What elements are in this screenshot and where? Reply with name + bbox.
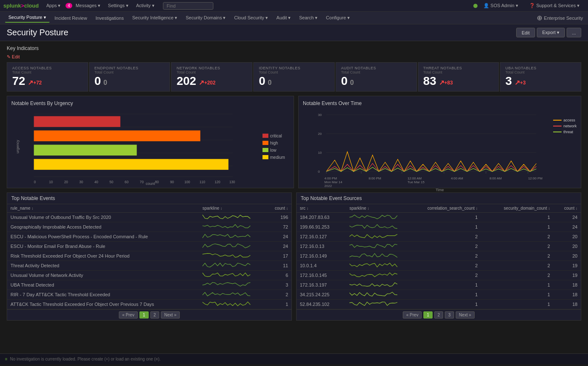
table-row: Unusual Volume of Outbound Traffic By Sr… — [7, 213, 291, 222]
rule-name-cell[interactable]: ATT&CK Tactic Threshold Exceeded For Obj… — [7, 300, 199, 309]
export-button[interactable]: Export ▾ — [537, 28, 565, 37]
src-count-cell: 20 — [554, 251, 581, 261]
src-cell[interactable]: 172.16.0.145 — [297, 271, 346, 280]
src-cell[interactable]: 172.16.0.149 — [297, 251, 346, 261]
legend-network: network — [553, 124, 577, 128]
edit-button[interactable]: Edit — [516, 28, 535, 37]
legend-network-line — [553, 126, 562, 126]
svg-text:10: 10 — [318, 151, 322, 155]
src-cell[interactable]: 34.215.24.225 — [297, 290, 346, 300]
rule-name-cell[interactable]: Unusual Volume of Network Activity — [7, 271, 199, 280]
th-rule-name[interactable]: rule_name ↕ — [7, 204, 199, 213]
next-page-btn[interactable]: Next » — [161, 311, 180, 319]
src-page-1-btn[interactable]: 1 — [423, 311, 433, 319]
find-input[interactable] — [163, 2, 213, 10]
src-next-page-btn[interactable]: Next » — [456, 311, 475, 319]
page-1-btn[interactable]: 1 — [139, 311, 149, 319]
nav-security-domains[interactable]: Security Domains ▾ — [182, 13, 229, 22]
sparkline-cell — [199, 280, 256, 290]
rule-name-cell[interactable]: Geographically Improbable Access Detecte… — [7, 222, 199, 232]
svg-rect-8 — [34, 145, 137, 155]
corr-count-cell: 2 — [403, 242, 481, 251]
prev-page-btn[interactable]: « Prev — [119, 311, 138, 319]
src-sparkline-cell — [346, 261, 403, 271]
identity-label: IDENTITY NOTABLES — [259, 66, 329, 70]
nav-activity[interactable]: Activity ▾ — [134, 2, 157, 9]
page-2-btn[interactable]: 2 — [150, 311, 160, 319]
nav-security-intelligence[interactable]: Security Intelligence ▾ — [129, 13, 181, 22]
svg-text:110: 110 — [200, 180, 205, 183]
sec-count-cell: 2 — [481, 271, 553, 280]
rule-name-cell[interactable]: Unusual Volume of Outbound Traffic By Sr… — [7, 213, 199, 222]
legend-critical-color — [262, 134, 268, 138]
nav-configure[interactable]: Configure ▾ — [323, 13, 353, 22]
admin-menu[interactable]: 👤 SOS Admin ▾ — [481, 2, 521, 9]
splunk-logo: splunk>cloud — [3, 3, 39, 9]
src-cell[interactable]: 10.0.1.4 — [297, 261, 346, 271]
nav-apps[interactable]: Apps ▾ — [44, 2, 63, 9]
src-page-2-btn[interactable]: 2 — [434, 311, 444, 319]
th-src-count[interactable]: count ↕ — [554, 204, 581, 213]
threat-sublabel: Total Count — [423, 70, 494, 74]
src-count-cell: 18 — [554, 290, 581, 300]
src-count-cell: 18 — [554, 300, 581, 309]
th-count[interactable]: count ↕ — [256, 204, 291, 213]
src-prev-page-btn[interactable]: « Prev — [403, 311, 422, 319]
sec-count-cell: 2 — [481, 242, 553, 251]
legend-threat-line — [553, 132, 562, 132]
rule-name-cell[interactable]: Risk Threshold Exceeded For Object Over … — [7, 251, 199, 261]
nav-messages[interactable]: Messages ▾ — [73, 2, 103, 9]
src-cell[interactable]: 172.16.0.13 — [297, 242, 346, 251]
nav-investigations[interactable]: Investigations — [92, 14, 127, 22]
indicator-endpoint: ENDPOINT NOTABLES Total Count 0 0 — [89, 62, 171, 92]
time-chart-panel: Notable Events Over Time 30 20 10 0 — [298, 96, 581, 188]
key-indicators-section: Key Indicators ✎ Edit ACCESS NOTABLES To… — [7, 45, 581, 92]
th-sec-count[interactable]: security_domain_count ↕ — [481, 204, 553, 213]
top-nav: splunk>cloud Apps ▾ 4 Messages ▾ Setting… — [0, 0, 588, 12]
main-content: Key Indicators ✎ Edit ACCESS NOTABLES To… — [0, 41, 588, 353]
legend-access-line — [553, 120, 562, 121]
src-cell[interactable]: 172.16.3.197 — [297, 280, 346, 290]
src-count-cell: 20 — [554, 242, 581, 251]
nav-settings[interactable]: Settings ▾ — [105, 2, 131, 9]
rule-name-cell[interactable]: RIR - 7 Day ATT&CK Tactic Threshold Exce… — [7, 290, 199, 300]
src-cell[interactable]: 184.207.83.63 — [297, 213, 346, 222]
src-count-cell: 24 — [554, 222, 581, 232]
th-src-sparkline[interactable]: sparkline ↕ — [346, 204, 403, 213]
more-button[interactable]: ... — [567, 28, 581, 37]
urgency-chart-title: Notable Events By Urgency — [11, 100, 289, 106]
time-chart-container: 30 20 10 0 — [303, 110, 577, 183]
edit-indicators-link[interactable]: ✎ Edit — [7, 54, 20, 60]
nav-cloud-security[interactable]: Cloud Security ▾ — [231, 13, 271, 22]
x-axis-ticks: 4:00 PMMon Mar 142022 8:00 PM 12:00 AMTu… — [303, 176, 577, 188]
rule-name-cell[interactable]: ESCU - Malicious PowerShell Process - En… — [7, 232, 199, 242]
svg-text:80: 80 — [155, 180, 159, 183]
nav-security-posture[interactable]: Security Posture ▾ — [5, 13, 50, 23]
count-cell: 24 — [256, 242, 291, 251]
src-cell[interactable]: 52.84.235.102 — [297, 300, 346, 309]
access-sublabel: Total Count — [12, 70, 83, 74]
access-value: 72 ↗+72 — [12, 74, 83, 88]
top-notable-sources-panel: Top Notable Event Sources src ↕ sparklin… — [296, 192, 581, 321]
th-corr-count[interactable]: correlation_search_count ↕ — [403, 204, 481, 213]
rule-name-cell[interactable]: ESCU - Monitor Email For Brand Abuse - R… — [7, 242, 199, 251]
src-page-3-btn[interactable]: 3 — [445, 311, 454, 319]
th-src[interactable]: src ↕ — [297, 204, 346, 213]
svg-rect-7 — [34, 130, 200, 141]
nav-audit[interactable]: Audit ▾ — [273, 13, 294, 22]
src-cell[interactable]: 172.16.0.127 — [297, 232, 346, 242]
legend-critical: critical — [262, 134, 289, 138]
rule-name-cell[interactable]: Threat Activity Detected — [7, 261, 199, 271]
rule-name-cell[interactable]: UBA Threat Detected — [7, 280, 199, 290]
nav-incident-review[interactable]: Incident Review — [51, 14, 91, 22]
time-chart-title: Notable Events Over Time — [303, 100, 577, 106]
svg-text:50: 50 — [110, 180, 114, 183]
top-notable-events-title: Top Notable Events — [7, 193, 291, 204]
secondary-nav: Security Posture ▾ Incident Review Inves… — [0, 12, 588, 24]
corr-count-cell: 2 — [403, 261, 481, 271]
support-menu[interactable]: ❓ Support & Services ▾ — [527, 2, 582, 9]
th-sparkline[interactable]: sparkline ↕ — [199, 204, 256, 213]
nav-search[interactable]: Search ▾ — [296, 13, 321, 22]
uba-value: 3 ↗+3 — [505, 74, 576, 88]
src-cell[interactable]: 199.66.91.253 — [297, 222, 346, 232]
